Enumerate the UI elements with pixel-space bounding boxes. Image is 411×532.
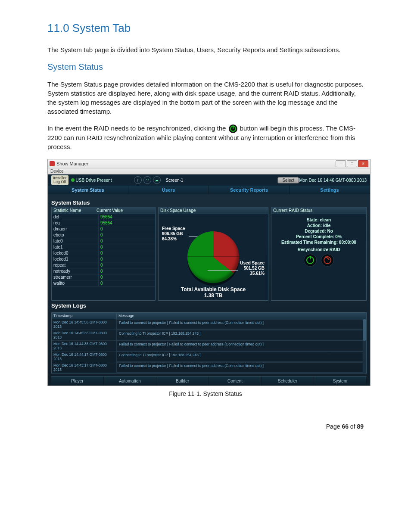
- disk-pie-chart: [187, 231, 239, 283]
- app-icon: [50, 161, 55, 166]
- menu-bar[interactable]: Device: [48, 168, 370, 174]
- table-row: late00: [52, 238, 155, 244]
- log-timestamp: Mon Dec 16 14:44:17 GMT-0800 2013: [52, 352, 117, 362]
- section-heading: 11.0 System Tab: [47, 22, 364, 35]
- col-stat-name: Statistic Name: [53, 208, 97, 213]
- log-message: Failed to connect to projector [ Failed …: [117, 319, 366, 330]
- total-disk-label: Total Available Disk Space 1.38 TB: [159, 286, 268, 299]
- installer-logoff-button[interactable]: Installer Log Off: [51, 175, 68, 185]
- col-current-value: Current Value: [97, 208, 123, 213]
- body-paragraph-2: In the event the RAID needs to be resync…: [47, 124, 364, 151]
- body-paragraph-1: The System Status page provides detailed…: [47, 80, 364, 116]
- resync-stop-button[interactable]: [321, 254, 334, 267]
- table-row: streamerr0: [52, 274, 155, 280]
- disk-usage-header: Disk Space Usage: [160, 208, 196, 213]
- stat-value: 0: [99, 268, 155, 274]
- window-title: Show Manager: [56, 161, 88, 166]
- nav-content[interactable]: Content: [209, 376, 262, 386]
- free-space-label: Free Space 906.85 GB 64.38%: [162, 226, 185, 242]
- stat-value: 0: [99, 226, 155, 232]
- system-logs-panel: Timestamp Message Mon Dec 16 14:45:58 GM…: [51, 312, 367, 373]
- table-row: locked00: [52, 250, 155, 256]
- raid-action: Action: idle: [273, 223, 364, 228]
- stat-value: 95654: [99, 220, 155, 226]
- subsection-heading: System Status: [47, 62, 364, 72]
- table-row: ebcto0: [52, 232, 155, 238]
- table-row: del95654: [52, 214, 155, 220]
- stat-value: 0: [99, 256, 155, 262]
- raid-percent: Percent Complete: 0%: [273, 234, 364, 239]
- raid-eta: Estimated Time Remaining: 00:00:00: [273, 240, 364, 245]
- stat-name: late1: [52, 244, 99, 250]
- log-timestamp: Mon Dec 16 14:44:38 GMT-0800 2013: [52, 341, 117, 351]
- stat-name: locked1: [52, 256, 99, 262]
- table-row: waitto0: [52, 280, 155, 286]
- stat-name: streamerr: [52, 274, 99, 280]
- tab-users[interactable]: Users: [128, 186, 209, 194]
- log-timestamp: Mon Dec 16 14:45:58 GMT-0800 2013: [52, 319, 117, 330]
- disk-usage-panel: Disk Space Usage Free Space 906.85 GB 64…: [158, 207, 268, 301]
- raid-degraded: Degraded: No: [273, 229, 364, 233]
- raid-status-panel: Current RAID Status State: clean Action:…: [271, 207, 367, 301]
- col-timestamp: Timestamp: [52, 313, 117, 319]
- logs-scrollbar[interactable]: [363, 319, 366, 373]
- table-row: Mon Dec 16 14:44:17 GMT-0800 2013Connect…: [52, 352, 366, 362]
- nav-automation[interactable]: Automation: [104, 376, 156, 386]
- raid-header: Current RAID Status: [273, 208, 312, 213]
- stat-name: waitto: [52, 280, 99, 286]
- usb-led-icon: [71, 178, 75, 182]
- log-message: Failed to connect to projector [ Failed …: [117, 362, 366, 373]
- statistics-panel: Statistic Name Current Value del95654req…: [51, 207, 156, 301]
- log-timestamp: Mon Dec 16 14:45:38 GMT-0800 2013: [52, 330, 117, 340]
- nav-player[interactable]: Player: [51, 376, 104, 386]
- nav-system[interactable]: System: [314, 376, 367, 386]
- bottom-nav: Player Automation Builder Content Schedu…: [51, 376, 367, 386]
- table-row: late10: [52, 244, 155, 250]
- stat-value: 0: [99, 262, 155, 268]
- table-row: Mon Dec 16 14:43:17 GMT-0800 2013Failed …: [52, 362, 366, 373]
- table-row: Mon Dec 16 14:45:38 GMT-0800 2013Connect…: [52, 330, 366, 341]
- minimize-button[interactable]: —: [336, 160, 346, 167]
- page-footer: Page 66 of 89: [0, 423, 411, 443]
- resync-start-button[interactable]: [304, 254, 317, 267]
- log-timestamp: Mon Dec 16 14:43:17 GMT-0800 2013: [52, 362, 117, 373]
- tab-security-reports[interactable]: Security Reports: [209, 186, 290, 194]
- system-status-title: System Status: [51, 199, 367, 206]
- table-row: locked10: [52, 256, 155, 262]
- app-screenshot: Show Manager — □ ✕ Device Installer Log …: [47, 159, 371, 386]
- nav-scheduler[interactable]: Scheduler: [262, 376, 314, 386]
- maximize-button[interactable]: □: [347, 160, 357, 167]
- table-row: dmaerr0: [52, 226, 155, 232]
- log-message: Failed to connect to projector [ Failed …: [117, 341, 366, 351]
- col-message: Message: [117, 313, 366, 319]
- select-button[interactable]: Select: [277, 177, 299, 184]
- stat-value: 0: [99, 250, 155, 256]
- used-space-label: Used Space 501.52 GB 35.61%: [240, 261, 265, 276]
- nav-builder[interactable]: Builder: [156, 376, 209, 386]
- raid-state: State: clean: [273, 218, 364, 222]
- stat-value: 0: [99, 232, 155, 238]
- disc-icon[interactable]: ◠: [143, 176, 151, 184]
- log-message: Connecting to TI projector ICP [ 192.168…: [117, 330, 366, 340]
- stat-value: 0: [99, 238, 155, 244]
- stat-name: late0: [52, 238, 99, 244]
- stat-name: notready: [52, 268, 99, 274]
- table-row: repeat0: [52, 262, 155, 268]
- table-row: req95654: [52, 220, 155, 226]
- screen-label: Screen-1: [166, 178, 184, 183]
- clock-text: Mon Dec 16 14:46 GMT-0800 2013: [299, 178, 367, 183]
- raid-resync-title: Resynchronize RAID: [273, 247, 364, 252]
- close-button[interactable]: ✕: [358, 160, 368, 167]
- stat-name: ebcto: [52, 232, 99, 238]
- stat-value: 0: [99, 244, 155, 250]
- stat-name: req: [52, 220, 99, 226]
- download-icon[interactable]: ↓: [134, 176, 142, 184]
- table-row: Mon Dec 16 14:44:38 GMT-0800 2013Failed …: [52, 341, 366, 352]
- tab-settings[interactable]: Settings: [290, 186, 370, 194]
- stat-name: repeat: [52, 262, 99, 268]
- tab-system-status[interactable]: System Status: [48, 186, 128, 194]
- leader-line: [208, 270, 238, 271]
- stat-name: dmaerr: [52, 226, 99, 232]
- cloud-icon[interactable]: ☁: [153, 176, 161, 184]
- figure-caption: Figure 11-1. System Status: [47, 390, 364, 397]
